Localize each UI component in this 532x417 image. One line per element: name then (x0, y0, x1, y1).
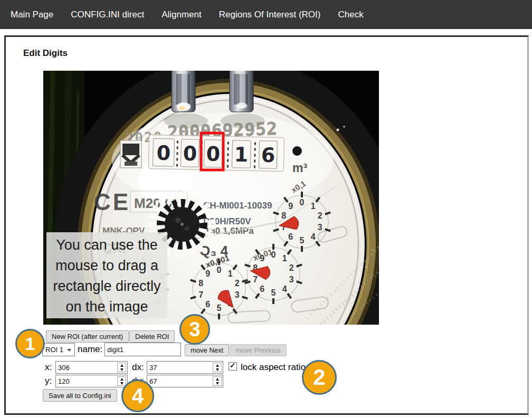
x-label: x: (45, 362, 52, 373)
dx-spinner[interactable] (213, 363, 222, 372)
counter-digit-2: 0 (183, 142, 197, 166)
step-badge-2: 2 (302, 360, 337, 395)
spin-down-icon[interactable] (120, 382, 124, 385)
spin-up-icon[interactable] (216, 378, 219, 381)
step-badge-4: 4 (121, 380, 154, 412)
counter-digit-5: 6 (261, 144, 275, 167)
hint-line: You can use the (46, 235, 167, 255)
x-input[interactable] (56, 362, 127, 373)
spin-down-icon[interactable] (216, 382, 219, 385)
spin-down-icon[interactable] (120, 368, 124, 371)
x-spinner[interactable] (117, 363, 126, 372)
spin-down-icon[interactable] (216, 368, 219, 371)
dx-input-wrap (147, 361, 223, 374)
step-badge-3: 3 (179, 314, 210, 345)
dy-spinner[interactable] (213, 376, 222, 386)
delete-roi-button[interactable]: Delete ROI (129, 330, 175, 343)
roi-select-value: ROI 1 (45, 346, 63, 354)
lock-aspect-checkbox[interactable]: ✓ (229, 362, 237, 371)
nav-check[interactable]: Check (338, 10, 363, 20)
drag-hint-overlay: You can use the mouse to drag a rectangl… (46, 232, 167, 318)
spin-up-icon[interactable] (120, 378, 124, 381)
unit-dot (292, 146, 302, 156)
model-code: CH-MI001-10039 (203, 201, 272, 211)
move-previous-button[interactable]: move Previous (230, 344, 287, 356)
unit-label: m³ (292, 161, 307, 175)
name-label: name: (78, 344, 102, 355)
edit-digits-page: Main Page CONFIG.INI direct Alignment Re… (0, 0, 532, 417)
step-badge-1: 1 (15, 329, 45, 358)
hint-line: on the image (46, 297, 167, 317)
ce-mark: CE (94, 189, 130, 215)
page-title: Edit Digits (23, 48, 68, 59)
digit-counter: 0 0 0 1 6 (148, 135, 284, 171)
top-nav: Main Page CONFIG.INI direct Alignment Re… (0, 0, 532, 29)
nav-config-ini[interactable]: CONFIG.INI direct (71, 10, 144, 20)
brand-logo-icon (120, 140, 141, 168)
counter-digit-3: 0 (206, 143, 220, 166)
nav-main-page[interactable]: Main Page (11, 10, 53, 20)
hint-line: mouse to drag a (46, 255, 167, 276)
y-label: y: (45, 376, 52, 386)
roi-select[interactable]: ROI 1 (42, 343, 75, 356)
counter-digit-1: 0 (156, 141, 170, 165)
y-spinner[interactable] (117, 376, 126, 386)
chevron-down-icon (67, 349, 71, 352)
dx-label: dx: (132, 362, 144, 373)
hint-line: rectangle directly (46, 276, 167, 297)
counter-digit-4: 1 (234, 143, 248, 167)
new-roi-button[interactable]: New ROI (after current) (46, 330, 129, 343)
save-config-button[interactable]: Save all to Config.ini (43, 389, 117, 402)
dy-input[interactable] (147, 375, 223, 387)
y-input[interactable] (56, 375, 127, 387)
y-input-wrap (55, 375, 128, 387)
x-input-wrap (55, 361, 128, 374)
spin-up-icon[interactable] (120, 364, 124, 367)
dx-input[interactable] (147, 362, 223, 373)
dy-input-wrap (147, 375, 223, 387)
spin-up-icon[interactable] (216, 364, 219, 367)
nav-alignment[interactable]: Alignment (162, 10, 202, 20)
nav-roi[interactable]: Regions Of Interest (ROI) (219, 10, 321, 20)
name-input[interactable] (104, 343, 181, 356)
lock-aspect-label: lock aspect ratio (241, 362, 306, 373)
checkmark-icon: ✓ (230, 361, 236, 369)
meter-photo[interactable]: 0 1 2 3 4 5 6 7 8 9 (43, 71, 379, 325)
move-next-button[interactable]: move Next (185, 344, 229, 356)
